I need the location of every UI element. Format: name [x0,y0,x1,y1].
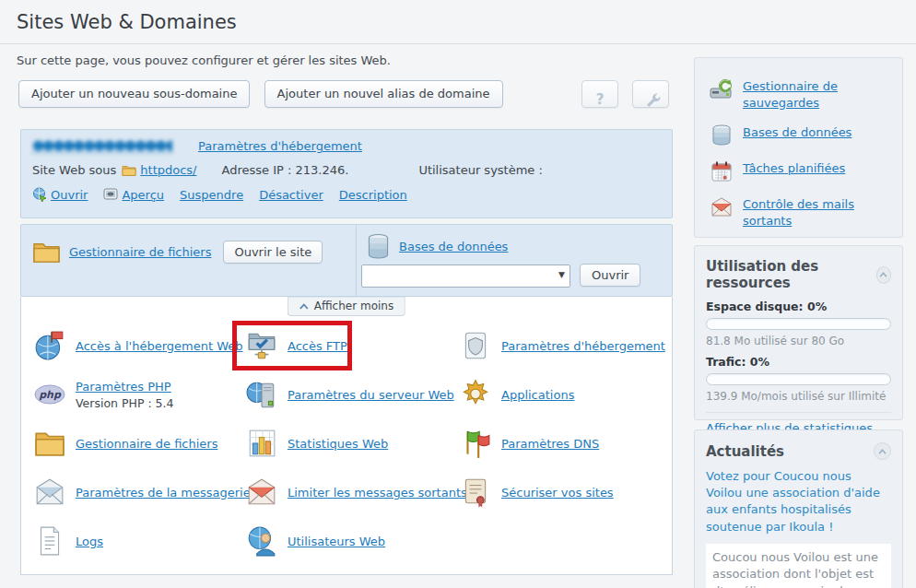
applications-gear-icon [460,379,491,410]
file-manager-icon [34,428,65,459]
tool-web-hosting-access[interactable]: Accès à l'hébergement Web [34,327,242,364]
collapse-resources-button[interactable] [876,266,891,284]
mail-settings-icon [34,476,65,508]
sidebar-item-databases[interactable]: Bases de données [710,124,887,147]
limit-outgoing-messages-icon [246,476,277,508]
tool-limit-outgoing-messages[interactable]: Limiter les messages sortants [246,474,467,511]
disk-space-detail: 81.8 Mo utilisé sur 80 Go [706,335,891,347]
hosting-settings-link[interactable]: Paramètres d'hébergement [198,139,362,153]
databases-link[interactable]: Bases de données [399,240,508,253]
database-select[interactable]: ▼ [361,265,570,288]
tool-mail-settings[interactable]: Paramètres de la messagerie [34,474,251,511]
secure-sites-certificate-icon [460,476,491,508]
chevron-up-icon [879,272,887,277]
plesk-websites-domains-page: Sites Web & Domaines Sur cette page, vou… [0,0,916,588]
sidebar-item-outgoing-mail-control[interactable]: Contrôle des mails sortants [710,196,887,229]
web-hosting-access-icon [34,330,65,361]
tool-web-users[interactable]: Utilisateurs Web [246,523,385,559]
tool-file-manager[interactable]: Gestionnaire de fichiers [34,425,217,462]
open-globe-icon [32,187,47,202]
php-icon: php [34,383,65,406]
add-domain-alias-button[interactable]: Ajouter un nouvel alias de domaine [264,80,503,108]
news-headline-link[interactable]: Votez pour Coucou nous Voilou une associ… [706,468,891,535]
backup-manager-icon [710,78,734,100]
domain-name-redacted[interactable]: ●●●●●●●●●●●●●●● [32,138,172,153]
file-manager-folder-icon [32,240,61,265]
open-site-action[interactable]: Ouvrir [32,187,88,202]
svg-text:php: php [39,389,62,401]
disk-space-label: Espace disque: 0% [706,300,891,313]
open-database-button[interactable]: Ouvrir [580,264,640,287]
outgoing-mail-control-icon [710,196,734,218]
traffic-label: Trafic: 0% [706,355,891,369]
chevron-up-icon [878,449,887,454]
tool-hosting-settings[interactable]: Paramètres d'hébergement [460,327,665,364]
php-version-text: Version PHP : 5.4 [76,396,173,410]
news-panel: Actualités Votez pour Coucou nous Voilou… [694,429,903,588]
traffic-detail: 139.9 Mo/mois utilisé sur Illimité [706,390,891,403]
file-manager-link[interactable]: Gestionnaire de fichiers [69,245,211,259]
tool-dns-settings[interactable]: Paramètres DNS [460,425,599,462]
resource-usage-panel: Utilisation des ressources Espace disque… [694,245,903,420]
add-subdomain-button[interactable]: Ajouter un nouveau sous-domaine [18,80,250,108]
settings-wrench-button[interactable] [632,80,669,108]
tool-web-statistics[interactable]: Statistiques Web [246,425,388,462]
system-user-text: Utilisateur système : [418,163,543,177]
preview-screen-icon [103,188,118,201]
news-title: Actualités [706,443,784,460]
ip-address-text: Adresse IP : 213.246. [222,163,349,177]
site-under-label: Site Web sous [32,163,116,177]
databases-sidebar-icon [710,124,734,147]
preview-action[interactable]: Aperçu [103,188,164,202]
help-button[interactable]: ? [581,80,618,108]
news-body-text: Coucou nous Voilou est une association d… [706,544,891,588]
domain-card: ●●●●●●●●●●●●●●● Paramètres d'hébergement… [20,129,673,218]
tool-secure-sites[interactable]: Sécuriser vos sites [460,474,614,511]
resource-usage-title: Utilisation des ressources [706,258,876,291]
disk-space-progress-bar [706,318,891,330]
sidebar-tools-panel: Gestionnaire de sauvegardes Bases de don… [694,57,903,238]
panel-divider [356,225,357,296]
folder-icon [122,164,136,177]
open-site-button[interactable]: Ouvrir le site [223,241,323,264]
tool-applications[interactable]: Applications [460,376,574,413]
web-statistics-icon [246,428,277,459]
suspend-action[interactable]: Suspendre [180,188,243,202]
web-users-icon [246,525,277,557]
chevron-up-icon [299,303,309,310]
tool-php-settings[interactable]: php Paramètres PHP Version PHP : 5.4 [34,376,173,413]
quick-access-panel: Gestionnaire de fichiers Ouvrir le site … [20,224,673,297]
databases-icon [366,233,391,260]
docroot-link[interactable]: httpdocs/ [140,163,196,177]
logs-icon [34,525,65,557]
show-less-toggle[interactable]: Afficher moins [288,297,405,316]
dns-flags-icon [460,428,491,459]
web-server-settings-icon [246,379,277,410]
ftp-access-highlight-box [232,321,352,370]
tool-logs[interactable]: Logs [34,523,103,559]
scheduled-tasks-calendar-icon [710,160,734,182]
hosting-settings-icon [460,330,491,361]
deactivate-action[interactable]: Désactiver [259,188,323,202]
title-divider [0,43,916,44]
traffic-progress-bar [706,373,891,385]
page-subtitle: Sur cette page, vous pouvez configurer e… [17,53,391,67]
tool-web-server-settings[interactable]: Paramètres du serveur Web [246,376,454,413]
collapse-news-button[interactable] [874,442,891,460]
page-title: Sites Web & Domaines [17,11,237,33]
select-arrow-icon: ▼ [558,270,565,279]
wrench-icon [645,92,662,109]
description-action[interactable]: Description [339,188,407,202]
sidebar-item-scheduled-tasks[interactable]: Tâches planifiées [710,160,887,182]
resources-divider [706,412,891,413]
sidebar-item-backup-manager[interactable]: Gestionnaire de sauvegardes [710,78,887,111]
